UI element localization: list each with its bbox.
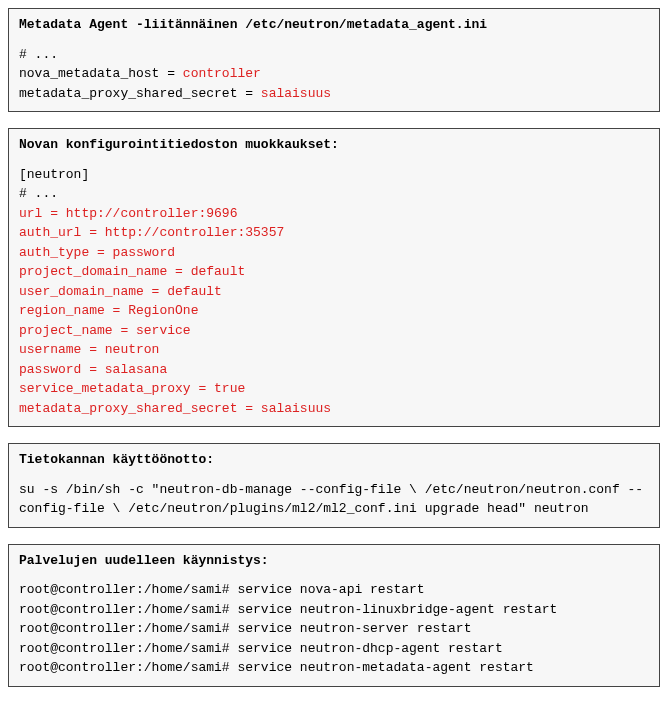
metadata-agent-line-2: metadata_proxy_shared_secret = salaisuus [19, 84, 649, 104]
db-block: Tietokannan käyttöönotto: su -s /bin/sh … [8, 443, 660, 528]
restart-title: Palvelujen uudelleen käynnistys: [19, 551, 649, 571]
metadata-agent-block: Metadata Agent -liitännäinen /etc/neutro… [8, 8, 660, 112]
db-cmd: su -s /bin/sh -c "neutron-db-manage --co… [19, 480, 649, 519]
nova-conf-line: user_domain_name = default [19, 282, 649, 302]
nova-conf-line: project_domain_name = default [19, 262, 649, 282]
nova-conf-title: Novan konfigurointitiedoston muokkaukset… [19, 135, 649, 155]
line-value: controller [183, 66, 261, 81]
nova-conf-line: region_name = RegionOne [19, 301, 649, 321]
restart-block: Palvelujen uudelleen käynnistys: root@co… [8, 544, 660, 687]
nova-conf-section: [neutron] [19, 165, 649, 185]
nova-conf-comment: # ... [19, 184, 649, 204]
nova-conf-line: password = salasana [19, 360, 649, 380]
line-prefix: nova_metadata_host = [19, 66, 183, 81]
nova-conf-line: service_metadata_proxy = true [19, 379, 649, 399]
db-title: Tietokannan käyttöönotto: [19, 450, 649, 470]
restart-line: root@controller:/home/sami# service neut… [19, 658, 649, 678]
nova-conf-line: auth_type = password [19, 243, 649, 263]
nova-conf-line: auth_url = http://controller:35357 [19, 223, 649, 243]
metadata-agent-title: Metadata Agent -liitännäinen /etc/neutro… [19, 15, 649, 35]
restart-line: root@controller:/home/sami# service nova… [19, 580, 649, 600]
nova-conf-line: url = http://controller:9696 [19, 204, 649, 224]
nova-conf-line: metadata_proxy_shared_secret = salaisuus [19, 399, 649, 419]
nova-conf-line: username = neutron [19, 340, 649, 360]
line-value: salaisuus [261, 86, 331, 101]
metadata-agent-line-1: nova_metadata_host = controller [19, 64, 649, 84]
restart-line: root@controller:/home/sami# service neut… [19, 600, 649, 620]
restart-line: root@controller:/home/sami# service neut… [19, 639, 649, 659]
nova-conf-block: Novan konfigurointitiedoston muokkaukset… [8, 128, 660, 427]
metadata-agent-comment: # ... [19, 45, 649, 65]
restart-line: root@controller:/home/sami# service neut… [19, 619, 649, 639]
line-prefix: metadata_proxy_shared_secret = [19, 86, 261, 101]
nova-conf-line: project_name = service [19, 321, 649, 341]
